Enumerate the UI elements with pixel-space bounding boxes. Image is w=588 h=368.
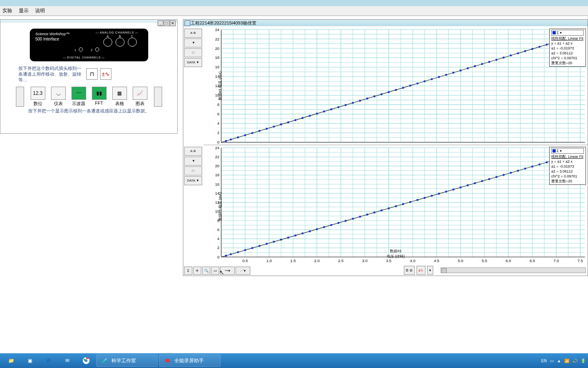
svg-rect-98 — [225, 140, 227, 142]
display-scope[interactable]: 〰示波器 — [70, 87, 88, 107]
fit-results-box[interactable]: Σ ▾线性拟配, Linear Fity = a1 + a2 xa1 = -0.… — [549, 29, 586, 67]
graph-window-title: 工程2214班2022215I4093杨佳宜 — [183, 20, 588, 26]
plug-vertical-icon[interactable] — [154, 87, 162, 107]
svg-rect-277 — [338, 222, 339, 224]
plot-data-dropdown[interactable]: DATA — [184, 176, 202, 185]
svg-rect-112 — [323, 111, 325, 112]
svg-rect-283 — [381, 210, 382, 211]
svg-text:16: 16 — [215, 65, 220, 69]
menu-help[interactable]: 说明 — [35, 7, 45, 14]
display-meter[interactable]: ◡仪表 — [49, 87, 67, 107]
fit-sigma-header[interactable]: Σ ▾ — [551, 30, 584, 36]
plot-channel-a-button[interactable]: A ⊚ — [184, 147, 202, 156]
analog-port-c[interactable]: C — [128, 38, 137, 47]
svg-rect-120 — [381, 93, 382, 95]
taskbar-file-explorer[interactable]: 📁 — [2, 355, 20, 367]
fit-chi: chi^2 = 0.09701 — [551, 56, 584, 61]
analog-plug-icon[interactable]: ±∿ — [100, 68, 111, 80]
tray-security-icon[interactable]: ▲ — [557, 359, 561, 363]
display-fft[interactable]: ▮▮FFT — [90, 87, 108, 107]
tray-flag-icon[interactable]: ▭ — [550, 359, 554, 363]
x-plug-button[interactable]: ±∿ — [416, 266, 426, 275]
svg-rect-302 — [517, 170, 519, 172]
menu-display[interactable]: 显示 — [19, 7, 29, 14]
tray-lang[interactable]: EN — [541, 359, 547, 363]
fit-sigma-header[interactable]: Σ ▾ — [551, 148, 584, 154]
svg-text:24: 24 — [215, 146, 220, 150]
crosshair-button[interactable]: ✛ — [193, 267, 201, 275]
analog-port-b[interactable]: B — [116, 38, 125, 47]
plot-data-dropdown[interactable]: DATA — [184, 58, 202, 67]
digital-plug-icon[interactable]: ⊓ — [86, 68, 98, 80]
svg-rect-301 — [510, 172, 512, 174]
svg-rect-116 — [352, 102, 354, 103]
table-icon: ▦ — [112, 87, 127, 100]
svg-rect-107 — [287, 121, 289, 123]
menu-experiment[interactable]: 实验 — [2, 7, 12, 14]
plot-channel-dropdown[interactable] — [184, 157, 202, 166]
y-axis-label: 数据#3 电流 (mA) — [218, 70, 223, 102]
svg-rect-299 — [496, 176, 497, 178]
plot-type-dropdown[interactable]: 〜▾ — [220, 267, 235, 275]
svg-text:18: 18 — [215, 173, 220, 177]
zoom-button[interactable]: 🔍 — [202, 267, 210, 275]
fit-results-box[interactable]: Σ ▾线性拟配, Linear Fity = a1 + a2 xa1 = -0.… — [549, 147, 586, 185]
digital-port-2[interactable] — [95, 47, 99, 52]
svg-text:4.0: 4.0 — [410, 259, 415, 263]
tray-battery-icon[interactable]: 🔋 — [581, 359, 586, 363]
svg-text:5.5: 5.5 — [482, 259, 487, 263]
fit-title: 线性拟配, Linear Fit — [551, 154, 584, 159]
autoscale-button[interactable]: ▭ — [211, 267, 219, 275]
digital-ch2-label: 2 — [91, 49, 93, 52]
taskbar-task-view[interactable]: ▣ — [21, 355, 38, 367]
svg-rect-273 — [309, 231, 310, 232]
tray-network-icon[interactable]: 📶 — [564, 359, 569, 363]
svg-rect-141 — [532, 48, 533, 50]
x-axis-selector: B ⊚ ±∿ ▾ — [404, 266, 433, 275]
svg-rect-132 — [467, 67, 468, 69]
maximize-button[interactable]: □ — [164, 20, 169, 26]
svg-rect-288 — [416, 199, 418, 201]
display-graph[interactable]: 📈图表 — [131, 87, 149, 107]
stats-sigma-button[interactable]: Σ — [184, 267, 192, 275]
svg-rect-291 — [438, 193, 440, 195]
fit-type-dropdown[interactable]: ⋰▾ — [236, 267, 250, 275]
taskbar-chrome[interactable] — [78, 355, 95, 367]
minimize-button[interactable]: _ — [158, 20, 163, 26]
plot-input-button[interactable]: □ — [184, 166, 202, 175]
svg-rect-138 — [510, 54, 512, 56]
x-axis-label: 数据#3电压 (伏特) — [204, 249, 588, 259]
horizontal-scrollbar[interactable] — [441, 267, 586, 273]
plot-channel-a-button[interactable]: A ⊚ — [184, 29, 202, 38]
chart-svg: 024681012141618202224 — [204, 27, 588, 145]
taskbar-app-recorder[interactable]: ⯀全能录屏助手 — [159, 355, 220, 367]
fit-rep: 重复次数=20 — [551, 61, 584, 65]
plot-input-button[interactable]: □ — [184, 48, 202, 57]
close-button[interactable]: ✕ — [170, 20, 176, 26]
svg-rect-275 — [323, 227, 325, 228]
taskbar-word[interactable]: W — [40, 355, 57, 367]
svg-rect-124 — [410, 85, 411, 86]
digits-icon: 12.3 — [31, 87, 45, 100]
svg-text:5.0: 5.0 — [458, 259, 463, 263]
taskbar-mail[interactable]: ✉ — [59, 355, 76, 367]
display-table[interactable]: ▦表格 — [111, 87, 129, 107]
drag-hint: 按下并把这个数码式插头移到一条通道上用作移动、放射、旋转等… — [18, 65, 84, 83]
digital-port-1[interactable] — [79, 47, 83, 52]
graph-label: 图表 — [136, 101, 145, 106]
x-dropdown[interactable]: ▾ — [427, 266, 433, 275]
sensor-probe-icon[interactable] — [16, 87, 24, 107]
svg-rect-281 — [366, 214, 368, 215]
plot-0[interactable]: A ⊚□DATA数据#3 电流 (mA)02468101214161820222… — [204, 27, 588, 145]
svg-rect-306 — [546, 162, 548, 163]
svg-rect-136 — [496, 59, 497, 61]
svg-rect-271 — [294, 235, 296, 236]
plot-channel-dropdown[interactable] — [184, 38, 202, 47]
x-channel-button[interactable]: B ⊚ — [404, 266, 415, 275]
display-digits[interactable]: 12.3数位 — [29, 87, 47, 107]
taskbar-app-science[interactable]: 🧪科学工作室 — [96, 355, 158, 367]
taskbar-app-recorder-label: 全能录屏助手 — [174, 357, 204, 364]
tray-volume-icon[interactable]: 🔊 — [572, 359, 577, 363]
table-label: 表格 — [115, 101, 124, 106]
analog-port-a[interactable]: A — [103, 38, 112, 47]
